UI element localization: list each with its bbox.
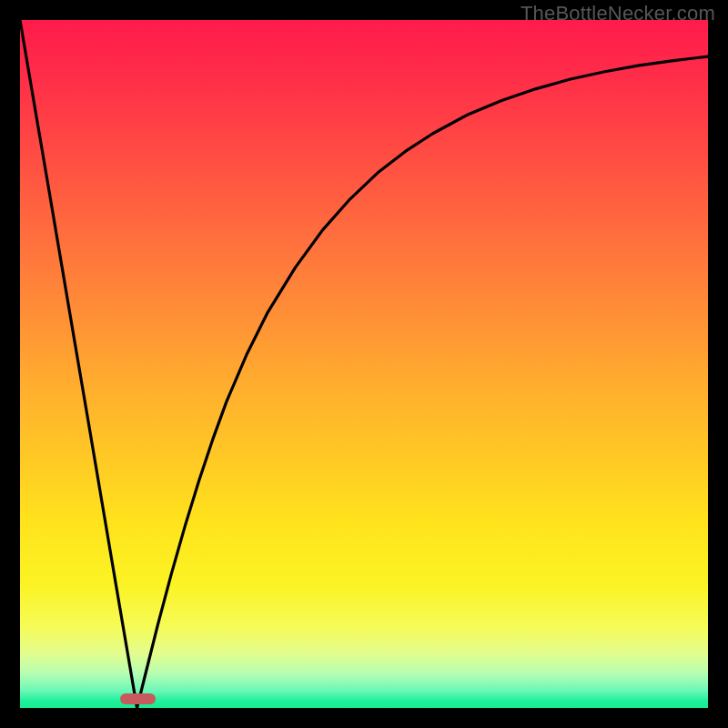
watermark-text: TheBottleNecker.com: [521, 2, 715, 25]
curve-path: [20, 20, 708, 708]
plot-area: [20, 20, 708, 708]
min-marker: [120, 693, 156, 704]
bottleneck-curve: [20, 20, 708, 708]
chart-frame: TheBottleNecker.com: [0, 0, 728, 728]
